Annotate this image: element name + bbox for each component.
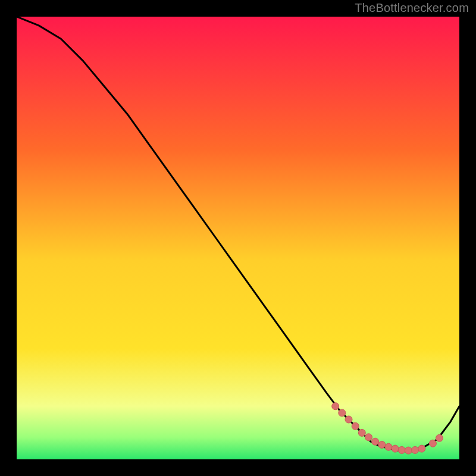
data-marker [372, 438, 379, 445]
data-marker [339, 409, 346, 416]
data-marker [352, 422, 359, 430]
data-marker [378, 441, 386, 448]
data-marker [358, 429, 365, 436]
data-marker [332, 403, 339, 410]
plot-area [17, 17, 459, 459]
watermark-label: TheBottlenecker.com [355, 1, 469, 15]
data-marker [398, 446, 405, 453]
data-marker [429, 440, 436, 447]
data-marker [385, 443, 392, 450]
bottleneck-chart [17, 17, 459, 459]
gradient-background [17, 17, 459, 459]
data-marker [392, 445, 399, 452]
data-marker [418, 445, 425, 452]
data-marker [365, 434, 372, 441]
data-marker [412, 446, 419, 453]
data-marker [436, 434, 443, 441]
data-marker [345, 416, 352, 423]
data-marker [405, 447, 412, 454]
chart-frame: TheBottlenecker.com [0, 0, 476, 476]
